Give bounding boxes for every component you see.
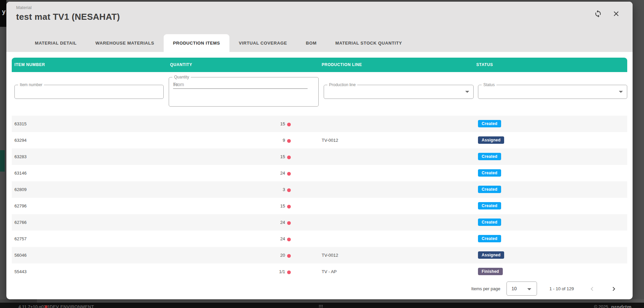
quantity-indicator-dot <box>287 270 291 274</box>
page-size-value: 10 <box>512 286 517 291</box>
tab-bom[interactable]: BOM <box>297 34 326 52</box>
quantity-cell: 20 <box>218 253 285 258</box>
status-badge: Created <box>478 219 501 226</box>
status-badge: Assigned <box>478 136 504 144</box>
tab-warehouse-materials[interactable]: WAREHOUSE MATERIALS <box>86 34 164 52</box>
quantity-cell: 3 <box>218 187 285 192</box>
production-line-filter-select[interactable]: Production line <box>324 85 474 99</box>
table-row[interactable]: 554431/1TV - APFinished <box>12 263 627 280</box>
modal-title: test mat TV1 (NESAHAT) <box>16 12 120 22</box>
status-badge: Assigned <box>478 251 504 259</box>
chevron-left-icon <box>588 285 596 294</box>
item-number-cell: 62796 <box>14 203 26 208</box>
modal-tabbar: MATERIAL DETAILWAREHOUSE MATERIALSPRODUC… <box>25 34 412 52</box>
quantity-cell: 15 <box>218 203 285 208</box>
page-size-select[interactable]: 10 <box>506 282 537 296</box>
quantity-filter-group[interactable]: Quantity <box>169 77 319 107</box>
status-badge: Created <box>478 186 501 193</box>
apps-grid-icon[interactable] <box>319 304 323 308</box>
tab-material-detail[interactable]: MATERIAL DETAIL <box>25 34 86 52</box>
quantity-filter-label: Quantity <box>172 75 191 79</box>
close-icon <box>612 10 620 19</box>
status-badge: Finished <box>478 268 503 275</box>
copyright-label: © 2025 <box>594 304 608 308</box>
refresh-button[interactable] <box>593 9 603 19</box>
item-number-cell: 63146 <box>14 171 26 176</box>
quantity-indicator-dot <box>287 238 291 241</box>
production-line-cell: TV-0012 <box>322 138 338 143</box>
production-line-cell: TV-0012 <box>322 253 338 258</box>
quantity-indicator-dot <box>287 172 291 176</box>
quantity-cell: 24 <box>218 236 285 241</box>
app-header-dimmed: y <box>0 0 6 27</box>
quantity-indicator-dot <box>287 139 291 143</box>
table-row[interactable]: 632949TV-0012Assigned <box>12 132 627 148</box>
table-row[interactable]: 6328315Created <box>12 148 627 165</box>
chevron-down-icon <box>527 288 531 290</box>
item-number-cell: 63283 <box>14 154 26 159</box>
quantity-indicator-dot <box>287 156 291 159</box>
modal-eyebrow: Material <box>16 5 32 10</box>
table-row[interactable]: 6331515Created <box>12 116 627 132</box>
item-number-filter-input[interactable] <box>19 88 153 93</box>
item-number-cell: 62809 <box>14 187 26 192</box>
item-number-cell: 56046 <box>14 253 26 258</box>
quantity-cell: 15 <box>218 154 285 159</box>
quantity-cell: 9 <box>218 138 285 143</box>
column-header-production-line: PRODUCTION LINE <box>322 62 362 67</box>
table-body: 6331515Created632949TV-0012Assigned63283… <box>12 116 627 280</box>
backdrop-band <box>0 299 644 303</box>
quantity-indicator-dot <box>287 188 291 192</box>
table-row[interactable]: 5604620TV-0012Assigned <box>12 247 627 263</box>
sidebar-active-item-dimmed <box>0 150 5 172</box>
items-per-page-label: Items per page <box>471 286 500 291</box>
environment-label: DEV ENVIRONMENT <box>50 304 94 308</box>
chevron-down-icon <box>465 91 469 93</box>
tab-production-items[interactable]: PRODUCTION ITEMS <box>164 34 229 52</box>
filter-row: Item number Quantity Production line Sta… <box>6 72 633 112</box>
app-footer-bar: 4.11.7+10.g07f1 DEV ENVIRONMENT © 2025 p… <box>0 303 644 308</box>
item-number-cell: 55443 <box>14 269 26 274</box>
tab-material-stock-quantity[interactable]: MATERIAL STOCK QUANTITY <box>326 34 412 52</box>
status-badge: Created <box>478 120 501 127</box>
quantity-indicator-dot <box>287 123 291 126</box>
table-header: ITEM NUMBER QUANTITY PRODUCTION LINE STA… <box>12 58 627 72</box>
table-row[interactable]: 6314624Created <box>12 165 627 181</box>
table-row[interactable]: 6276624Created <box>12 214 627 231</box>
quantity-to-input[interactable] <box>173 80 308 89</box>
close-button[interactable] <box>611 9 621 19</box>
status-badge: Created <box>478 153 501 160</box>
quantity-indicator-dot <box>287 254 291 258</box>
chevron-right-icon <box>610 285 618 294</box>
quantity-cell: 24 <box>218 171 285 176</box>
item-number-cell: 62766 <box>14 220 26 225</box>
next-page-button[interactable] <box>609 285 619 294</box>
tab-virtual-coverage[interactable]: VIRTUAL COVERAGE <box>229 34 297 52</box>
table-row[interactable]: 628093Created <box>12 181 627 198</box>
table-row[interactable]: 6275724Created <box>12 231 627 247</box>
status-badge: Created <box>478 235 501 242</box>
column-header-item-number: ITEM NUMBER <box>14 62 45 67</box>
quantity-cell: 1/1 <box>218 269 285 274</box>
brand-logo: prodrtm <box>611 304 632 308</box>
item-number-filter-field[interactable]: Item number <box>14 85 164 99</box>
backdrop-band-dark <box>0 299 37 303</box>
refresh-icon <box>594 10 602 19</box>
quantity-cell: 24 <box>218 220 285 225</box>
item-number-filter-label: Item number <box>18 82 44 87</box>
status-filter-select[interactable]: Status <box>478 85 627 99</box>
quantity-indicator-dot <box>287 205 291 208</box>
item-number-cell: 63294 <box>14 138 26 143</box>
status-badge: Created <box>478 202 501 209</box>
table-row[interactable]: 6279615Created <box>12 198 627 214</box>
pagination-range-label: 1 - 10 of 129 <box>549 286 574 291</box>
production-line-filter-label: Production line <box>327 82 357 87</box>
item-number-cell: 62757 <box>14 236 26 241</box>
previous-page-button[interactable] <box>587 285 597 294</box>
quantity-indicator-dot <box>287 221 291 225</box>
status-badge: Created <box>478 169 501 177</box>
app-logo-partial: y <box>2 8 6 15</box>
column-header-status: STATUS <box>476 62 493 67</box>
column-header-quantity: QUANTITY <box>170 62 192 67</box>
material-modal: Material test mat TV1 (NESAHAT) MATERIAL… <box>6 2 633 299</box>
